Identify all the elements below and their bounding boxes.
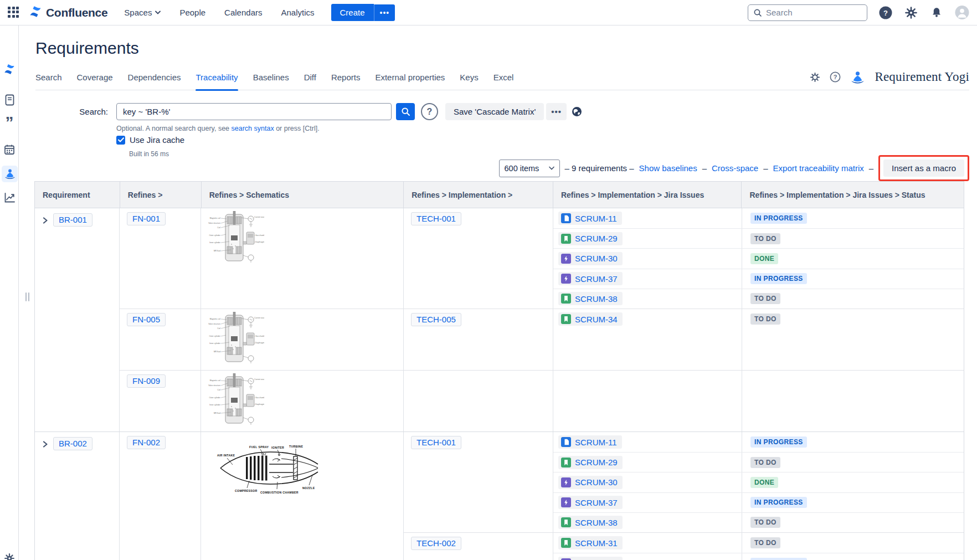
jira-cache-checkbox-row[interactable]: Use Jira cache bbox=[116, 135, 184, 145]
items-count-select[interactable]: 600 items bbox=[499, 160, 560, 177]
svg-text:Current source: Current source bbox=[254, 378, 264, 381]
nav-calendars[interactable]: Calendars bbox=[224, 8, 262, 17]
notifications-bell-icon[interactable] bbox=[929, 6, 944, 20]
jira-issue-link[interactable]: SCRUM-38 bbox=[558, 292, 623, 305]
search-form-row: Search: ? Save 'Cascade Matrix' ••• bbox=[35, 103, 582, 120]
nav-spaces[interactable]: Spaces bbox=[124, 8, 161, 17]
expand-chevron-icon[interactable] bbox=[42, 441, 48, 448]
scope-globe-icon[interactable] bbox=[572, 106, 582, 117]
jira-cache-checkbox[interactable] bbox=[116, 136, 125, 145]
status-badge: IN PROGRESS bbox=[750, 213, 807, 224]
query-help-button[interactable]: ? bbox=[421, 103, 438, 120]
jira-issue-link[interactable]: SCRUM-11 bbox=[558, 435, 622, 449]
jira-issue-row: SCRUM-37 IN PROGRESS bbox=[553, 492, 964, 512]
jira-cache-label: Use Jira cache bbox=[130, 135, 184, 145]
global-navigation-bar: Confluence Spaces People Calendars Analy… bbox=[0, 0, 977, 25]
sidebar-analytics-icon[interactable] bbox=[0, 192, 19, 203]
top-nav: Spaces People Calendars Analytics bbox=[124, 8, 314, 17]
global-search[interactable] bbox=[748, 4, 867, 21]
app-switcher-icon[interactable] bbox=[8, 7, 20, 19]
tab-keys[interactable]: Keys bbox=[460, 64, 478, 90]
requirement-link[interactable]: BR-002 bbox=[53, 437, 92, 450]
topbar-right: ? bbox=[748, 4, 969, 21]
tech-row: TECH-005 SCRUM-34 TO DO bbox=[404, 309, 964, 370]
tech-link[interactable]: TECH-001 bbox=[411, 436, 461, 449]
jira-issue-link[interactable]: SCRUM-31 bbox=[558, 536, 623, 549]
jira-issue-link[interactable]: SCRUM-37 bbox=[558, 272, 623, 285]
user-avatar[interactable] bbox=[955, 6, 969, 20]
sidebar-calendar-icon[interactable] bbox=[0, 144, 19, 155]
sidebar-notes-icon[interactable] bbox=[0, 94, 19, 106]
confluence-logo[interactable]: Confluence bbox=[29, 5, 107, 20]
tab-coverage[interactable]: Coverage bbox=[77, 64, 113, 90]
column-header-refines: Refines > bbox=[120, 182, 202, 208]
tab-diff[interactable]: Diff bbox=[304, 64, 316, 90]
search-label: Search: bbox=[35, 107, 108, 116]
sidebar-settings-gear-icon[interactable] bbox=[0, 553, 19, 560]
search-syntax-link[interactable]: search syntax bbox=[232, 125, 274, 132]
svg-text:Magnetic coil: Magnetic coil bbox=[210, 379, 221, 382]
jira-issue-row: SCRUM-29 TO DO bbox=[553, 228, 964, 248]
status-badge: TO DO bbox=[750, 314, 780, 325]
tab-search[interactable]: Search bbox=[35, 64, 62, 90]
tech-link[interactable]: TECH-001 bbox=[411, 212, 461, 225]
sidebar-resize-grip[interactable] bbox=[25, 292, 31, 301]
jira-story-icon bbox=[561, 517, 571, 527]
run-search-button[interactable] bbox=[396, 103, 415, 120]
jira-issue-link[interactable]: SCRUM-30 bbox=[558, 476, 623, 489]
jira-issue-link[interactable]: SCRUM-29 bbox=[558, 456, 623, 469]
tab-excel[interactable]: Excel bbox=[493, 64, 514, 90]
fn-row: FN-002 bbox=[120, 432, 964, 560]
create-button[interactable]: Create bbox=[331, 4, 374, 21]
jira-issue-row: SCRUM-11 IN PROGRESS bbox=[553, 432, 964, 452]
svg-text:Outer cylinder: Outer cylinder bbox=[209, 335, 220, 337]
sidebar-quotes-icon[interactable]: ” bbox=[0, 115, 19, 130]
show-baselines-link[interactable]: Show baselines bbox=[639, 163, 697, 173]
sidebar-confluence-icon[interactable] bbox=[0, 63, 19, 75]
tech-link[interactable]: TECH-005 bbox=[411, 313, 461, 326]
module-tabs: Search Coverage Dependencies Traceabilit… bbox=[35, 64, 969, 90]
nav-people[interactable]: People bbox=[179, 8, 205, 17]
jira-issue-link[interactable]: SCRUM-29 bbox=[558, 232, 623, 245]
settings-gear-icon[interactable] bbox=[904, 6, 918, 20]
chevron-down-icon bbox=[155, 11, 161, 14]
column-header-jira-issues: Refines > Implementation > Jira Issues bbox=[553, 182, 742, 208]
jira-issue-link[interactable]: SCRUM-34 bbox=[558, 312, 623, 326]
separator: – bbox=[763, 163, 768, 173]
status-badge: IN PROGRESS bbox=[750, 273, 807, 284]
requirement-link[interactable]: BR-001 bbox=[53, 213, 92, 227]
jira-issue-link[interactable]: SCRUM-30 bbox=[558, 252, 623, 265]
nav-analytics[interactable]: Analytics bbox=[281, 8, 314, 17]
tab-external-properties[interactable]: External properties bbox=[375, 64, 445, 90]
jira-issue-link[interactable]: SCRUM-38 bbox=[558, 516, 623, 529]
tools-gear-icon[interactable] bbox=[810, 72, 820, 83]
cross-space-link[interactable]: Cross-space bbox=[712, 163, 758, 173]
fn-link[interactable]: FN-009 bbox=[127, 374, 166, 388]
sidebar-requirement-yogi-icon[interactable] bbox=[2, 166, 18, 182]
jira-issue-link[interactable]: SCRUM-11 bbox=[558, 212, 622, 225]
export-traceability-matrix-link[interactable]: Export traceability matrix bbox=[773, 163, 864, 173]
query-input[interactable] bbox=[116, 103, 392, 120]
tab-baselines[interactable]: Baselines bbox=[253, 64, 289, 90]
svg-text:Valve structure: Valve structure bbox=[208, 222, 220, 224]
search-more-button[interactable]: ••• bbox=[546, 103, 567, 120]
help-icon[interactable]: ? bbox=[878, 6, 893, 20]
tab-traceability[interactable]: Traceability bbox=[196, 64, 238, 90]
svg-text:Valve structure: Valve structure bbox=[208, 384, 220, 387]
expand-chevron-icon[interactable] bbox=[42, 217, 48, 224]
fn-link[interactable]: FN-001 bbox=[127, 212, 166, 225]
fn-link[interactable]: FN-002 bbox=[127, 436, 166, 449]
fn-link[interactable]: FN-005 bbox=[127, 313, 166, 326]
global-search-input[interactable] bbox=[766, 8, 855, 17]
tab-reports[interactable]: Reports bbox=[331, 64, 361, 90]
insert-as-macro-button[interactable]: Insert as a macro bbox=[883, 160, 964, 177]
jira-issue-row: SCRUM-29 TO DO bbox=[553, 452, 964, 472]
create-more-button[interactable]: ••• bbox=[374, 4, 395, 21]
jira-issue-link[interactable]: SCRUM-37 bbox=[558, 557, 623, 560]
tech-link[interactable]: TECH-002 bbox=[411, 537, 461, 550]
save-cascade-matrix-button[interactable]: Save 'Cascade Matrix' bbox=[445, 103, 544, 120]
jira-issue-link[interactable]: SCRUM-37 bbox=[558, 496, 623, 509]
tab-dependencies[interactable]: Dependencies bbox=[128, 64, 181, 90]
module-help-icon[interactable]: ? bbox=[830, 71, 841, 83]
schematic-cell: Magnetic coil Valve structure Coil Outer… bbox=[201, 371, 404, 431]
